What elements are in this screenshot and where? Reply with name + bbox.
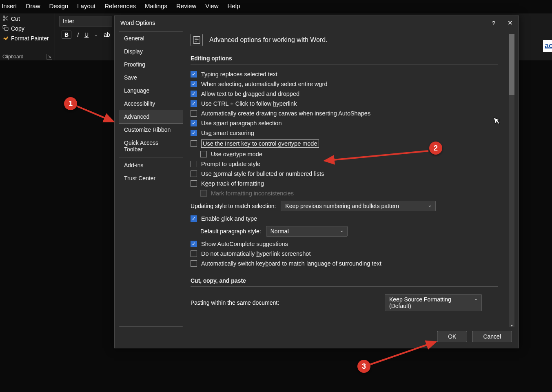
dialog-title-text: Word Options xyxy=(120,20,155,26)
label-enable-click-type: Enable click and type xyxy=(201,215,257,222)
format-painter-label: Format Painter xyxy=(11,35,49,42)
sidebar-item-accessibility[interactable]: Accessibility xyxy=(119,97,183,110)
checkbox-keep-track[interactable] xyxy=(191,180,197,187)
checkbox-prompt-style[interactable] xyxy=(191,161,197,167)
tab-view[interactable]: View xyxy=(205,2,218,9)
checkbox-use-overtype[interactable] xyxy=(200,151,207,157)
options-sidebar: General Display Proofing Save Language A… xyxy=(119,31,183,327)
sidebar-item-advanced[interactable]: Advanced xyxy=(119,110,183,124)
checkbox-normal-bullets[interactable] xyxy=(191,171,197,177)
clipboard-dialog-launcher-icon[interactable]: ↘ xyxy=(47,54,52,60)
format-painter-button[interactable]: Format Painter xyxy=(2,35,52,42)
cut-label: Cut xyxy=(11,16,20,22)
close-button[interactable]: ✕ xyxy=(508,19,513,27)
svg-rect-5 xyxy=(5,27,8,31)
label-auto-canvas: Automatically create drawing canvas when… xyxy=(201,110,370,117)
checkbox-auto-select-word[interactable] xyxy=(191,81,197,87)
strikethrough-button[interactable]: ab xyxy=(104,31,110,38)
tab-layout[interactable]: Layout xyxy=(77,2,95,9)
svg-line-3 xyxy=(6,19,7,20)
svg-line-10 xyxy=(77,106,113,122)
checkbox-drag-drop[interactable] xyxy=(191,91,197,97)
font-name-input[interactable] xyxy=(59,16,112,27)
ribbon-tabs: Insert Draw Design Layout References Mai… xyxy=(0,0,552,13)
underline-dropdown-icon[interactable]: ⌄ xyxy=(94,32,98,38)
checkbox-smart-cursor[interactable] xyxy=(191,130,197,136)
advanced-header-text: Advanced options for working with Word. xyxy=(209,36,328,44)
scrollbar-down-icon[interactable]: ▾ xyxy=(509,323,514,327)
word-options-dialog: Word Options ? ✕ General Display Proofin… xyxy=(114,16,519,348)
checkbox-enable-click-type[interactable] xyxy=(191,215,197,222)
tab-insert[interactable]: Insert xyxy=(2,2,17,9)
label-default-para-style: Default paragraph style: xyxy=(200,228,261,235)
tab-mailings[interactable]: Mailings xyxy=(145,2,167,9)
sidebar-item-customize-ribbon[interactable]: Customize Ribbon xyxy=(119,123,183,136)
cancel-button[interactable]: Cancel xyxy=(472,331,512,342)
italic-button[interactable]: I xyxy=(77,31,79,38)
checkbox-smart-para[interactable] xyxy=(191,120,197,126)
svg-rect-6 xyxy=(193,37,200,44)
sidebar-item-language[interactable]: Language xyxy=(119,84,183,97)
bold-button[interactable]: B xyxy=(62,31,71,39)
copy-label: Copy xyxy=(11,25,24,32)
label-typing-replaces: TTyping replaces selected textyping repl… xyxy=(201,71,277,78)
sidebar-item-addins[interactable]: Add-ins xyxy=(119,159,183,172)
label-smart-para: Use smart paragraph selection xyxy=(201,120,282,126)
checkbox-auto-canvas[interactable] xyxy=(191,110,197,117)
svg-line-4 xyxy=(4,17,5,18)
underline-button[interactable]: U xyxy=(84,31,89,38)
tab-references[interactable]: References xyxy=(104,2,136,9)
scrollbar-thumb[interactable] xyxy=(509,34,514,95)
tab-help[interactable]: Help xyxy=(227,2,240,9)
annotation-callout-3: 3 xyxy=(357,360,370,373)
checkbox-mark-inconsist xyxy=(200,190,207,197)
sidebar-item-trust-center[interactable]: Trust Center xyxy=(119,172,183,185)
dropdown-default-para-style[interactable]: Normal xyxy=(266,226,348,237)
advanced-header-icon xyxy=(191,34,203,46)
sidebar-item-proofing[interactable]: Proofing xyxy=(119,58,183,71)
checkbox-autocomplete[interactable] xyxy=(191,241,197,247)
label-switch-keyboard: Automatically switch keyboard to match l… xyxy=(201,260,381,267)
help-button[interactable]: ? xyxy=(492,20,495,27)
label-smart-cursor: Use smart cursoring xyxy=(201,130,254,136)
section-rule-paste xyxy=(191,286,498,287)
sidebar-separator xyxy=(119,157,183,157)
section-paste-title: Cut, copy, and paste xyxy=(191,277,498,284)
sidebar-item-display[interactable]: Display xyxy=(119,45,183,58)
cut-button[interactable]: Cut xyxy=(2,15,52,22)
section-rule xyxy=(191,64,498,64)
sidebar-item-quick-access[interactable]: Quick Access Toolbar xyxy=(119,136,183,156)
checkbox-switch-keyboard[interactable] xyxy=(191,260,197,267)
label-keep-track: Keep track of formatting xyxy=(201,180,264,187)
copy-icon xyxy=(2,25,9,32)
label-auto-select-word: When selecting, automatically select ent… xyxy=(201,81,328,87)
content-scrollbar[interactable]: ▾ xyxy=(509,34,514,327)
dialog-titlebar: Word Options ? ✕ xyxy=(115,16,519,30)
copy-button[interactable]: Copy xyxy=(2,25,52,32)
checkbox-typing-replaces[interactable] xyxy=(191,71,197,78)
label-updating-style: Updating style to match selection: xyxy=(191,203,276,209)
dropdown-updating-style[interactable]: Keep previous numbering and bullets patt… xyxy=(281,201,436,211)
edge-cropped-text: aci xyxy=(543,40,552,52)
dropdown-paste-within[interactable]: Keep Source Formatting (Default) xyxy=(385,294,482,311)
section-editing-title: Editing options xyxy=(191,55,498,62)
brush-icon xyxy=(2,35,9,42)
tab-review[interactable]: Review xyxy=(176,2,196,9)
clipboard-group: Cut Copy Format Painter Clipboard ↘ xyxy=(0,13,55,60)
label-drag-drop: Allow text to be dragged and dropped xyxy=(201,91,299,97)
checkbox-insert-key-overtype[interactable] xyxy=(191,140,197,147)
label-autocomplete: Show AutoComplete suggestions xyxy=(201,241,288,247)
checkbox-no-hyperlink-screenshot[interactable] xyxy=(191,250,197,257)
tab-draw[interactable]: Draw xyxy=(26,2,40,9)
sidebar-item-save[interactable]: Save xyxy=(119,71,183,84)
sidebar-item-general[interactable]: General xyxy=(119,32,183,45)
label-insert-key-overtype: Use the Insert key to control overtype m… xyxy=(201,140,319,148)
scissors-icon xyxy=(2,15,9,22)
checkbox-ctrl-click[interactable] xyxy=(191,100,197,107)
ok-button[interactable]: OK xyxy=(437,331,467,342)
annotation-callout-2: 2 xyxy=(429,142,442,155)
tab-design[interactable]: Design xyxy=(49,2,69,9)
label-mark-inconsist: Mark formatting inconsistencies xyxy=(211,190,294,197)
label-use-overtype: Use overtype mode xyxy=(211,151,262,157)
label-paste-within: Pasting within the same document: xyxy=(191,299,279,306)
